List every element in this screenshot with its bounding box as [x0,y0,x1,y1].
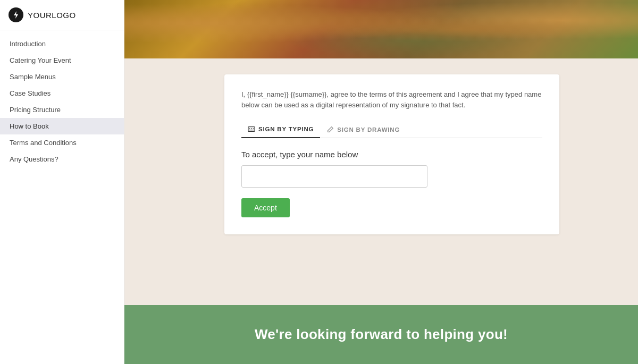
bolt-icon [12,11,20,19]
sidebar-item-menus[interactable]: Sample Menus [0,69,124,85]
hero-image [124,0,638,58]
sidebar-item-terms[interactable]: Terms and Conditions [0,134,124,151]
signature-tabs: SIGN BY TYPING SIGN BY DRAWING [241,121,542,138]
svg-rect-3 [251,129,252,129]
svg-marker-0 [14,11,18,19]
tab-sign-typing[interactable]: SIGN BY TYPING [241,121,320,138]
svg-rect-1 [248,127,255,132]
sidebar-item-case-studies[interactable]: Case Studies [0,85,124,101]
footer-banner: We're looking forward to helping you! [124,305,638,364]
sidebar: YOURLOGO Introduction Catering Your Even… [0,0,124,364]
svg-rect-7 [253,130,254,130]
logo-icon [9,7,23,22]
sidebar-item-catering[interactable]: Catering Your Event [0,52,124,69]
logo-light: LOGO [52,11,75,20]
svg-rect-2 [249,129,250,129]
logo-area: YOURLOGO [0,0,124,30]
agreement-text: I, {{first_name}} {{surname}}, agree to … [241,89,542,111]
pen-icon [326,126,334,133]
keyboard-icon [248,125,255,133]
sidebar-item-how-to-book[interactable]: How to Book [0,118,124,134]
accept-button[interactable]: Accept [241,198,290,217]
sidebar-navigation: Introduction Catering Your Event Sample … [0,30,124,364]
logo-bold: YOUR [28,11,52,20]
form-label: To accept, type your name below [241,150,542,159]
svg-rect-5 [249,130,250,130]
tab-typing-label: SIGN BY TYPING [258,126,314,132]
main-content: I, {{first_name}} {{surname}}, agree to … [124,0,638,364]
name-input[interactable] [241,165,427,188]
svg-rect-4 [253,129,254,129]
logo-text: YOURLOGO [28,11,76,20]
svg-rect-6 [250,130,253,130]
footer-text: We're looking forward to helping you! [135,326,627,343]
sidebar-item-introduction[interactable]: Introduction [0,36,124,52]
tab-sign-drawing[interactable]: SIGN BY DRAWING [320,122,406,138]
signature-card: I, {{first_name}} {{surname}}, agree to … [224,74,559,234]
content-area: I, {{first_name}} {{surname}}, agree to … [124,58,638,305]
sidebar-item-pricing[interactable]: Pricing Structure [0,101,124,118]
tab-drawing-label: SIGN BY DRAWING [337,126,400,133]
sidebar-item-questions[interactable]: Any Questions? [0,151,124,167]
